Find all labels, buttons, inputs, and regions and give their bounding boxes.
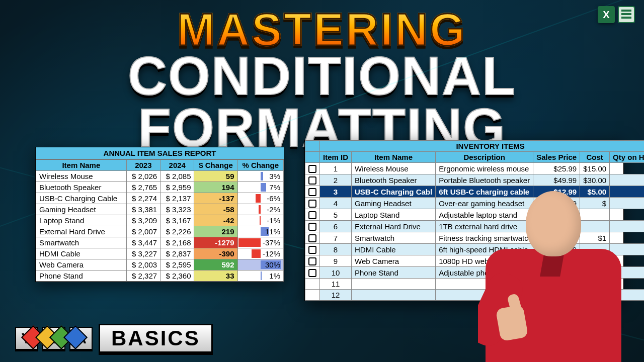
dollar-change: -1279 xyxy=(194,237,237,248)
item-name: Web Camera xyxy=(352,255,436,267)
pct-change: 11% xyxy=(237,226,283,237)
year-2023: $ 2,026 xyxy=(126,171,160,182)
item-name: Gaming Headset xyxy=(36,204,127,215)
year-2023: $ 2,765 xyxy=(126,182,160,193)
item-name: Gaming Headset xyxy=(352,198,436,209)
item-id: 5 xyxy=(320,209,352,221)
sales-report-table: ANNUAL ITEM SALES REPORT Item Name202320… xyxy=(35,147,284,282)
checkbox-icon[interactable] xyxy=(308,223,316,231)
table-row: Web Camera$ 2,003$ 2,59559230% xyxy=(36,259,284,270)
qty-on-hand: 150 xyxy=(610,163,644,174)
item-name: HDMI Cable xyxy=(352,244,436,255)
pct-change: -12% xyxy=(237,248,283,259)
checkbox-icon[interactable]: ✓ xyxy=(308,188,316,196)
pct-change: -2% xyxy=(237,204,283,215)
vba-basics-logo: VBA BASICS xyxy=(15,324,213,353)
year-2024: $ 3,323 xyxy=(160,204,194,215)
item-name: Smartwatch xyxy=(36,237,127,248)
item-name: External Hard Drive xyxy=(352,221,436,232)
checkbox-icon[interactable] xyxy=(308,165,316,173)
item-name xyxy=(352,279,436,290)
column-header: Cost xyxy=(580,152,610,163)
dollar-change: 33 xyxy=(194,270,237,282)
item-id: 11 xyxy=(320,279,352,290)
dollar-change: -137 xyxy=(194,193,237,204)
pct-change: 7% xyxy=(237,182,283,193)
table-row: Gaming Headset$ 3,381$ 3,323-58-2% xyxy=(36,204,284,215)
year-2024: $ 2,837 xyxy=(160,248,194,259)
item-id: 3 xyxy=(320,186,352,198)
year-2024: $ 2,137 xyxy=(160,193,194,204)
pct-change: 3% xyxy=(237,171,283,182)
item-name: Bluetooth Speaker xyxy=(352,174,436,186)
year-2023: $ 2,003 xyxy=(126,259,160,270)
checkbox-icon[interactable] xyxy=(308,246,316,254)
dollar-change: 194 xyxy=(194,182,237,193)
sales-price: $25.99 xyxy=(533,163,580,174)
item-name: External Hard Drive xyxy=(36,226,127,237)
dollar-change: -390 xyxy=(194,248,237,259)
checkbox-icon[interactable] xyxy=(308,211,316,219)
headline-line1: MASTERING xyxy=(0,7,644,52)
column-header: % Change xyxy=(237,160,283,171)
column-header: Description xyxy=(436,152,533,163)
year-2023: $ 2,327 xyxy=(126,270,160,282)
dollar-change: 59 xyxy=(194,171,237,182)
item-id: 1 xyxy=(320,163,352,174)
checkbox-icon[interactable] xyxy=(308,176,316,185)
year-2023: $ 2,274 xyxy=(126,193,160,204)
headline: MASTERING CONDITIONAL FORMATTING xyxy=(0,0,644,153)
checkbox-icon[interactable] xyxy=(308,257,316,265)
dollar-change: 592 xyxy=(194,259,237,270)
dollar-change: -58 xyxy=(194,204,237,215)
item-id: 6 xyxy=(320,221,352,232)
year-2024: $ 2,085 xyxy=(160,171,194,182)
headline-line2: CONDITIONAL FORMATTING xyxy=(0,50,644,153)
inventory-table-title: INVENTORY ITEMS xyxy=(320,141,645,152)
item-name: HDMI Cable xyxy=(36,248,127,259)
item-id: 7 xyxy=(320,232,352,244)
table-row: Bluetooth Speaker$ 2,765$ 2,9591947% xyxy=(36,182,284,193)
item-name: Phone Stand xyxy=(352,267,436,279)
column-header: Qty on Hand xyxy=(610,152,644,163)
item-id: 4 xyxy=(320,198,352,209)
year-2023: $ 3,447 xyxy=(126,237,160,248)
table-row: External Hard Drive$ 2,007$ 2,22621911% xyxy=(36,226,284,237)
table-row: HDMI Cable$ 3,227$ 2,837-390-12% xyxy=(36,248,284,259)
dollar-change: 219 xyxy=(194,226,237,237)
column-header: Item Name xyxy=(352,152,436,163)
checkbox-icon[interactable] xyxy=(308,269,316,277)
column-header: Sales Price xyxy=(533,152,580,163)
item-id: 2 xyxy=(320,174,352,186)
item-id: 12 xyxy=(320,290,352,301)
cube-stack-icon xyxy=(28,329,84,346)
item-name: Wireless Mouse xyxy=(352,163,436,174)
checkbox-icon[interactable] xyxy=(308,200,316,208)
item-name: Phone Stand xyxy=(36,270,127,282)
year-2024: $ 3,167 xyxy=(160,215,194,226)
item-id: 10 xyxy=(320,267,352,279)
year-2024: $ 2,168 xyxy=(160,237,194,248)
presenter-photo xyxy=(478,181,629,362)
table-row[interactable]: 1Wireless MouseErgonomic wireless mouse$… xyxy=(305,163,645,174)
checkbox-icon[interactable] xyxy=(308,234,316,242)
item-id: 9 xyxy=(320,255,352,267)
item-name: USB-C Charging Cable xyxy=(36,193,127,204)
item-description: Ergonomic wireless mouse xyxy=(436,163,533,174)
table-row: Phone Stand$ 2,327$ 2,360331% xyxy=(36,270,284,282)
column-header: $ Change xyxy=(194,160,237,171)
item-name: Bluetooth Speaker xyxy=(36,182,127,193)
table-row: Smartwatch$ 3,447$ 2,168-1279-37% xyxy=(36,237,284,248)
year-2024: $ 2,360 xyxy=(160,270,194,282)
year-2024: $ 2,595 xyxy=(160,259,194,270)
column-header: Item Name xyxy=(36,160,127,171)
pct-change: 1% xyxy=(237,270,283,282)
year-2023: $ 3,209 xyxy=(126,215,160,226)
table-row: Laptop Stand$ 3,209$ 3,167-42-1% xyxy=(36,215,284,226)
sales-table-title: ANNUAL ITEM SALES REPORT xyxy=(36,147,284,159)
pct-change: -6% xyxy=(237,193,283,204)
item-name: Web Camera xyxy=(36,259,127,270)
item-name: USB-C Charging Cabl xyxy=(352,186,436,198)
checkbox-column xyxy=(305,152,320,163)
column-header: 2023 xyxy=(126,160,160,171)
